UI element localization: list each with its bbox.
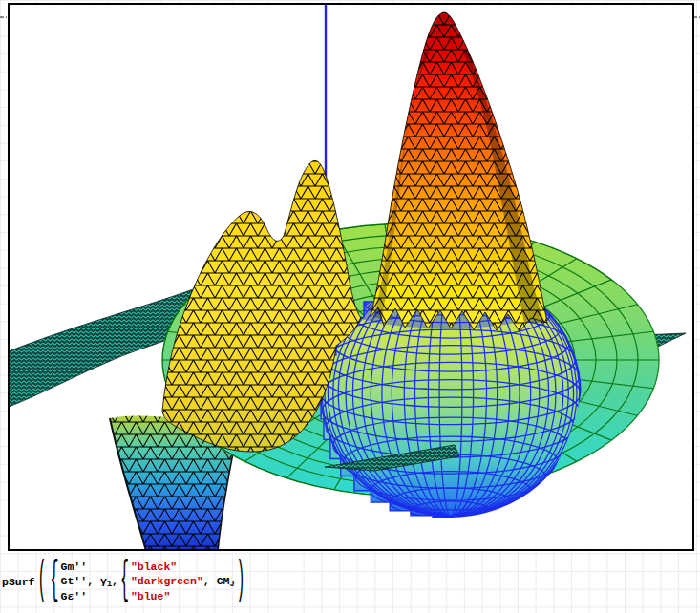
plane-surface-left — [9, 244, 252, 407]
formula-color-2: "darkgreen" — [131, 575, 203, 587]
plane-front-patch — [325, 445, 459, 471]
surface-plot-region[interactable] — [0, 0, 700, 613]
formula-colormap-subscript: J — [229, 580, 234, 589]
formula-separator: , — [112, 575, 118, 587]
formula-vector1-brace: { — [51, 558, 59, 605]
plot-canvas[interactable] — [9, 4, 693, 550]
formula-arg-row: Gt'', γ1, — [61, 574, 118, 589]
formula-color-vector: "black" "darkgreen", CMJ "blue" — [131, 560, 235, 604]
formula-close-paren: ) — [237, 558, 245, 605]
plot-frame — [9, 4, 693, 550]
disc-front-crescent — [162, 223, 659, 497]
formula-color-3: "blue" — [131, 590, 170, 602]
formula-color-row: "black" — [131, 560, 235, 575]
formula-arg-1: Gm'' — [61, 560, 88, 573]
formula-gamma: γ — [100, 575, 107, 587]
formula-colormap: CM — [217, 575, 230, 587]
peak-right-dark-flank — [461, 48, 545, 323]
formula-separator: , — [87, 575, 100, 587]
formula-arg-row: Gε'' — [61, 589, 118, 604]
formula-open-paren: ( — [38, 558, 47, 605]
formula-color-row: "darkgreen", CMJ — [131, 574, 235, 589]
disc-surface — [162, 223, 659, 497]
funnel-surface — [110, 415, 239, 551]
formula-arg-3: Gε'' — [61, 590, 88, 602]
formula-arg-2: Gt'' — [61, 575, 88, 587]
yellow-peaks-surface — [162, 160, 361, 452]
worksheet-background: pSurf ( { Gm'' Gt'', γ1, Gε'' { "black" … — [0, 0, 700, 613]
formula-color-row: "blue" — [131, 589, 235, 604]
formula-separator: , — [203, 575, 217, 587]
red-peak-surface — [371, 12, 547, 331]
formula-arg-vector: Gm'' Gt'', γ1, Gε'' — [61, 560, 118, 604]
formula-region[interactable]: pSurf ( { Gm'' Gt'', γ1, Gε'' { "black" … — [2, 557, 247, 606]
formula-arg-row: Gm'' — [61, 560, 118, 575]
formula-function-name: pSurf — [2, 576, 35, 588]
plane-surface-right-sliver — [549, 333, 686, 382]
sphere-surface — [321, 266, 581, 520]
formula-vector2-brace: { — [120, 558, 129, 605]
formula-color-1: "black" — [131, 560, 177, 573]
peak-left-dark-flank — [373, 48, 430, 319]
